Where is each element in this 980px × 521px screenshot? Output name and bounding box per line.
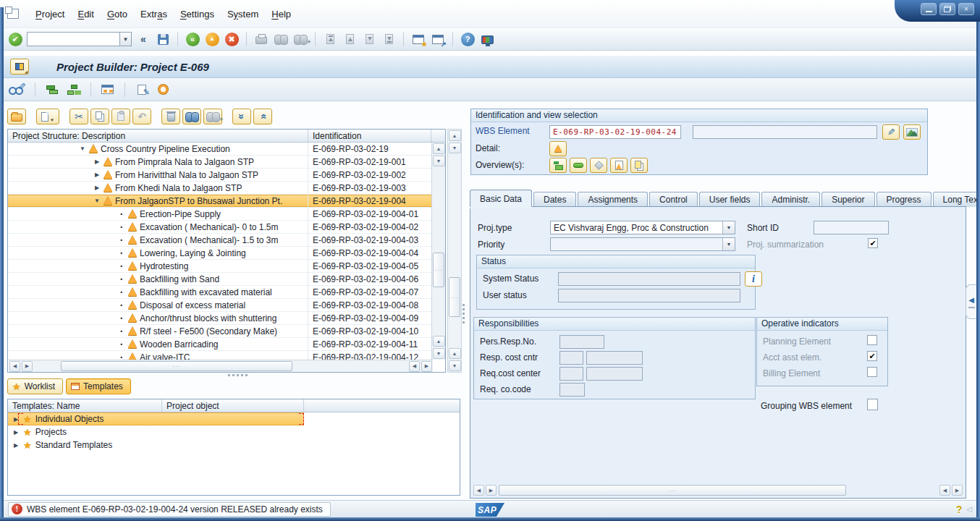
scroll-right-icon[interactable]: ▶ — [486, 485, 497, 496]
scrollbar-thumb[interactable] — [449, 277, 460, 317]
tree-row[interactable]: ▶From Pimprala Nala to Jalgaon STPE-069-… — [8, 156, 432, 169]
template-row[interactable]: ▶★Individual Objects — [8, 412, 304, 425]
scroll-up-icon[interactable]: ▲ — [433, 143, 445, 154]
tree-find-button[interactable] — [182, 109, 201, 124]
proj-summarization-checkbox[interactable] — [868, 238, 878, 248]
tree-row[interactable]: ·Disposal of excess materialE-069-RP-03-… — [8, 299, 432, 312]
last-page-button[interactable] — [381, 30, 397, 48]
expand-all-button[interactable]: » — [232, 109, 251, 124]
scroll-left-icon[interactable]: ◀ — [473, 485, 484, 496]
find-next-button[interactable]: + — [292, 30, 308, 48]
history-button[interactable] — [156, 81, 172, 98]
tree-row[interactable]: ▶From Harivitthal Nala to Jalgaon STPE-0… — [8, 169, 432, 182]
restore-button[interactable] — [939, 3, 955, 15]
expander-expand-icon[interactable]: ▶ — [12, 416, 20, 423]
horizontal-splitter-grip[interactable] — [228, 374, 230, 376]
tree-find-next-button[interactable]: + — [203, 109, 222, 124]
expander-expand-icon[interactable]: ▶ — [12, 429, 20, 436]
scroll-right-icon[interactable]: ▶ — [22, 361, 33, 372]
panel-vertical-scrollbar[interactable]: ▲ ▼ ▲ ▼ — [447, 129, 462, 373]
tree-row[interactable]: ·R/f steel - Fe500 (Secondary Make)E-069… — [8, 325, 432, 338]
enter-button[interactable]: ✔ — [7, 30, 23, 48]
req-cost-center-input-1[interactable] — [559, 367, 583, 381]
project-structure-overview-button[interactable] — [44, 81, 60, 98]
tree-horizontal-scrollbar[interactable]: ◀ ▶ ◀ ▶ — [9, 360, 433, 372]
tree-row[interactable]: ·Air valve-ITCE-069-RP-03-02-19-004-12 — [8, 351, 432, 360]
system-menu-icon[interactable] — [7, 9, 19, 19]
menu-edit[interactable]: Edit — [71, 7, 100, 22]
overview-activity-button[interactable] — [570, 158, 587, 173]
expander-expand-icon[interactable]: ▶ — [12, 442, 20, 449]
templates-column-project-object[interactable]: Project object — [162, 399, 304, 412]
templates-button[interactable]: Templates — [66, 378, 131, 394]
first-page-button[interactable] — [322, 30, 338, 48]
tree-row[interactable]: ·Excavation ( Mechanical)- 1.5 to 3mE-06… — [8, 234, 432, 247]
scroll-right-icon[interactable]: ▶ — [952, 485, 963, 496]
previous-page-button[interactable] — [342, 30, 358, 48]
detail-wbs-button[interactable] — [549, 141, 567, 156]
command-input[interactable] — [27, 32, 119, 46]
new-session-button[interactable] — [410, 30, 426, 48]
dropdown-arrow-icon[interactable]: ▼ — [722, 238, 735, 250]
scroll-left-icon[interactable]: ◀ — [9, 361, 20, 372]
next-page-button[interactable] — [361, 30, 377, 48]
scrollbar-track[interactable] — [497, 484, 939, 496]
expander-expand-icon[interactable]: ▶ — [93, 185, 101, 191]
scroll-down-icon[interactable]: ▼ — [433, 348, 445, 359]
expander-expand-icon[interactable]: ▶ — [93, 158, 101, 165]
scroll-up-icon[interactable]: ▲ — [433, 336, 445, 347]
menu-settings[interactable]: Settings — [174, 7, 221, 22]
grouping-wbs-element-checkbox[interactable] — [867, 399, 878, 410]
menu-extras[interactable]: Extras — [134, 7, 174, 22]
menu-help[interactable]: Help — [265, 7, 297, 22]
minimize-button[interactable] — [921, 3, 937, 15]
tab-progress[interactable]: Progress — [876, 192, 932, 207]
open-project-button[interactable] — [7, 109, 26, 124]
scroll-up-icon[interactable]: ▲ — [449, 130, 461, 141]
vertical-splitter-grip[interactable] — [462, 304, 465, 306]
scroll-left-icon[interactable]: ◀ — [939, 485, 950, 496]
hierarchy-graphic-button[interactable] — [66, 81, 82, 98]
title-menu-button[interactable] — [10, 59, 29, 75]
tree-row[interactable]: ▶From Khedi Nala to Jalgaon STPE-069-RP-… — [8, 182, 432, 195]
req-cost-center-input-2[interactable] — [586, 367, 643, 381]
wbs-overview-button[interactable] — [100, 81, 116, 98]
tab-assignments[interactable]: Assignments — [578, 192, 648, 207]
overview-milestone-button[interactable] — [590, 158, 607, 173]
scrollbar-thumb[interactable] — [61, 361, 292, 371]
status-message-box[interactable]: ! WBS element E-069-RP-03-02-19-004-24 v… — [8, 502, 331, 517]
tab-superior[interactable]: Superior — [821, 192, 874, 207]
print-button[interactable] — [253, 30, 269, 48]
wbs-name-input[interactable] — [693, 125, 877, 139]
scroll-down-icon[interactable]: ▼ — [433, 156, 445, 166]
menu-project[interactable]: Project — [29, 7, 71, 22]
tab-control[interactable]: Control — [649, 192, 698, 207]
scrollbar-track[interactable] — [33, 360, 408, 372]
scroll-down-icon[interactable]: ▼ — [449, 143, 461, 153]
delete-button[interactable] — [161, 109, 180, 124]
tree-row[interactable]: ·Wooden BarricadingE-069-RP-03-02-19-004… — [8, 338, 432, 351]
templates-column-name[interactable]: Templates: Name — [8, 399, 162, 412]
status-info-button[interactable]: i — [745, 271, 762, 287]
priority-select[interactable]: ▼ — [550, 237, 735, 251]
tree-row[interactable]: ·HydrotestingE-069-RP-03-02-19-004-05 — [8, 260, 432, 273]
create-shortcut-button[interactable] — [430, 30, 446, 48]
tree-row[interactable]: ▼Cross Country Pipeline ExecutionE-069-R… — [8, 143, 432, 156]
dropdown-arrow-icon[interactable]: ▼ — [722, 221, 735, 234]
tab-administr-[interactable]: Administr. — [761, 192, 820, 207]
tab-dates[interactable]: Dates — [533, 192, 576, 207]
planning-element-checkbox[interactable] — [867, 335, 877, 345]
create-object-button[interactable]: ▼ — [36, 109, 59, 124]
overview-copy-button[interactable] — [630, 158, 648, 173]
tab-basic-data[interactable]: Basic Data — [470, 190, 532, 207]
scrollbar-track[interactable] — [432, 167, 445, 335]
graphic-view-button[interactable] — [903, 124, 921, 140]
scroll-left-icon[interactable]: ◀ — [409, 361, 420, 372]
template-row[interactable]: ▶★Projects — [8, 425, 460, 439]
user-status-input[interactable] — [558, 289, 740, 302]
edit-mask-button[interactable] — [134, 81, 150, 98]
copy-button[interactable] — [90, 109, 109, 124]
req-co-code-input[interactable] — [559, 383, 585, 397]
back-button[interactable]: « — [185, 30, 200, 48]
edit-wbs-button[interactable]: ✎ — [882, 124, 900, 140]
